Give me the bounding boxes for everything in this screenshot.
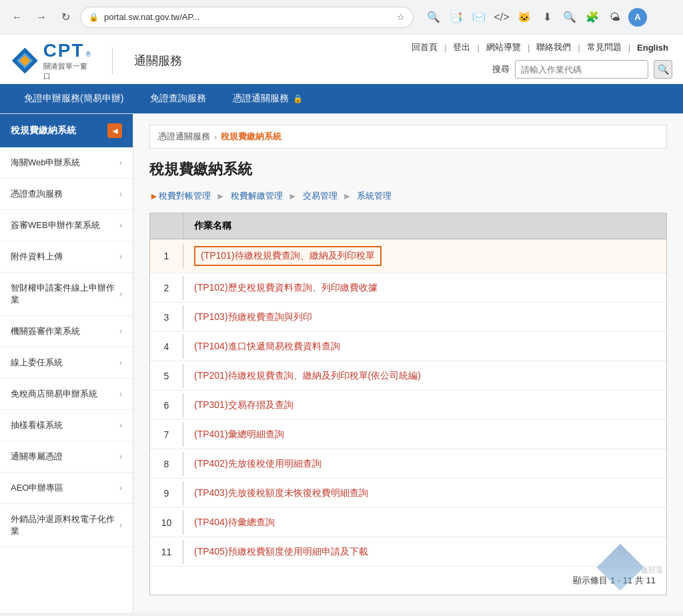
reload-button[interactable]: ↻ xyxy=(56,8,75,27)
row-num: 3 xyxy=(150,305,183,329)
row-name: (TP101)待繳稅規費查詢、繳納及列印稅單 xyxy=(183,239,666,273)
search-input[interactable] xyxy=(515,60,648,79)
row-name: (TP104)進口快遞簡易稅費資料查詢 xyxy=(183,334,666,359)
arrow-icon: › xyxy=(119,389,122,399)
row-link[interactable]: (TP401)彙總明細查詢 xyxy=(194,429,284,439)
address-bar[interactable]: 🔒 portal.sw.nat.gov.tw/AP... ☆ xyxy=(80,7,414,28)
sidebar-item-cert-exclusive[interactable]: 通關專屬憑證 › xyxy=(0,441,133,473)
pagination-info: 顯示條目 1 - 11 共 11 xyxy=(150,567,666,595)
sidebar-item-sign-web[interactable]: 簽審WEB申辦作業系統 › xyxy=(0,210,133,241)
row-num: 5 xyxy=(150,364,183,388)
row-num: 11 xyxy=(150,540,183,564)
nav-home[interactable]: 回首頁 xyxy=(408,40,442,55)
arrow-icon: › xyxy=(119,252,122,261)
bookmark-icon[interactable]: 📑 xyxy=(447,8,466,27)
pet-icon[interactable]: 🐱 xyxy=(515,8,534,27)
row-name: (TP201)待繳稅規費查詢、繳納及列印稅單(依公司統編) xyxy=(183,363,666,389)
table-row[interactable]: 4 (TP104)進口快遞簡易稅費資料查詢 xyxy=(150,332,666,361)
table-row[interactable]: 9 (TP403)先放後稅額度未恢復稅費明細查詢 xyxy=(150,479,666,508)
nav-simple-apply[interactable]: 免證申辦服務(簡易申辦) xyxy=(11,84,137,113)
forward-button[interactable]: → xyxy=(32,8,51,27)
sidebar-item-label: 機關簽審作業系統 xyxy=(11,325,80,337)
row-link[interactable]: (TP403)先放後稅額度未恢復稅費明細查詢 xyxy=(194,487,368,498)
table-row[interactable]: 2 (TP102)歷史稅規費資料查詢、列印繳費收據 xyxy=(150,273,666,303)
arrow-icon: › xyxy=(119,221,122,230)
arrow-icon: › xyxy=(119,521,122,530)
sidebar-item-label: 免稅商店簡易申辦系統 xyxy=(11,388,97,400)
arrow-icon: › xyxy=(119,421,122,430)
table-row[interactable]: 8 (TP402)先放後稅使用明細查詢 xyxy=(150,449,666,479)
nav-contact[interactable]: 聯絡我們 xyxy=(532,40,575,55)
table-row[interactable]: 7 (TP401)彙總明細查詢 xyxy=(150,420,666,449)
breadcrumb-link-cert[interactable]: 憑證通關服務 xyxy=(158,131,210,143)
main-content: 憑證通關服務 › 稅規費繳納系統 稅規費繳納系統 ► 稅費對帳管理 ► 稅費解繳… xyxy=(133,114,683,613)
code-icon[interactable]: </> xyxy=(492,8,511,27)
nav-faq[interactable]: 常見問題 xyxy=(583,40,626,55)
sidebar-item-online-delegate[interactable]: 線上委任系統 › xyxy=(0,347,133,379)
sidebar-item-export-tax[interactable]: 外銷品沖退原料稅電子化作業 › xyxy=(0,504,133,547)
table-row[interactable]: 6 (TP301)交易存摺及查詢 xyxy=(150,391,666,420)
section-nav-payment[interactable]: 稅費解繳管理 xyxy=(231,190,283,202)
row-link[interactable]: (TP102)歷史稅規費資料查詢、列印繳費收據 xyxy=(194,282,378,293)
table-row[interactable]: 1 (TP101)待繳稅規費查詢、繳納及列印稅單 xyxy=(150,239,666,273)
zoom-icon[interactable]: 🔍 xyxy=(560,8,579,27)
sidebar-item-label: 線上委任系統 xyxy=(11,357,63,369)
row-link[interactable]: (TP104)進口快遞簡易稅費資料查詢 xyxy=(194,341,340,351)
nav-sitemap[interactable]: 網站導覽 xyxy=(482,40,525,55)
row-name: (TP403)先放後稅額度未恢復稅費明細查詢 xyxy=(183,481,666,506)
table-row[interactable]: 3 (TP103)預繳稅費查詢與列印 xyxy=(150,303,666,332)
row-link[interactable]: (TP402)先放後稅使用明細查詢 xyxy=(194,458,321,469)
table-row[interactable]: 10 (TP404)待彙總查詢 xyxy=(150,508,666,537)
site-header-top: CPT ® 關港貿單一窗口 通關服務 回首頁 | 登出 | 網站導覽 | 聯絡我… xyxy=(0,35,683,84)
row-name: (TP301)交易存摺及查詢 xyxy=(183,393,666,418)
arrow-icon: › xyxy=(119,452,122,461)
breadcrumb: 憑證通關服務 › 稅規費繳納系統 xyxy=(149,125,667,149)
row-link[interactable]: (TP101)待繳稅規費查詢、繳納及列印稅單 xyxy=(194,246,382,266)
nav-logout[interactable]: 登出 xyxy=(449,40,474,55)
nav-free-query[interactable]: 免證查詢服務 xyxy=(137,84,219,113)
nav-cert-clearance[interactable]: 憑證通關服務 xyxy=(219,84,316,113)
extension-icon[interactable]: 🧩 xyxy=(583,8,602,27)
sidebar-item-label: 海關Web申辦系統 xyxy=(11,157,81,169)
sidebar-active-item[interactable]: 稅規費繳納系統 ◂ xyxy=(0,114,133,147)
sidebar-item-sampling[interactable]: 抽樣看樣系統 › xyxy=(0,410,133,441)
star-icon[interactable]: ☆ xyxy=(397,12,405,22)
row-link[interactable]: (TP405)預繳稅費額度使用明細申請及下載 xyxy=(194,546,368,557)
page-layout: 稅規費繳納系統 ◂ 海關Web申辦系統 › 憑證查詢服務 › 簽審WEB申辦作業… xyxy=(0,114,683,613)
back-button[interactable]: ← xyxy=(8,8,27,27)
row-link[interactable]: (TP301)交易存摺及查詢 xyxy=(194,399,293,410)
col-header-num xyxy=(150,213,183,239)
sidebar-item-ipr[interactable]: 智財權申請案件線上申辦作業 › xyxy=(0,273,133,316)
download-icon[interactable]: ⬇ xyxy=(538,8,556,27)
header-right: 回首頁 | 登出 | 網站導覽 | 聯絡我們 | 常見問題 | English … xyxy=(408,40,672,81)
profile-avatar[interactable]: A xyxy=(628,8,647,27)
lock-icon: 🔒 xyxy=(89,13,99,22)
section-nav-transaction[interactable]: 交易管理 xyxy=(303,190,337,202)
sidebar-item-cert-query[interactable]: 憑證查詢服務 › xyxy=(0,179,133,210)
row-link[interactable]: (TP404)待彙總查詢 xyxy=(194,517,275,527)
weather-icon[interactable]: 🌤 xyxy=(606,8,624,27)
sidebar-item-label: 通關專屬憑證 xyxy=(11,451,63,463)
sidebar-item-attachment[interactable]: 附件資料上傳 › xyxy=(0,241,133,273)
sidebar-item-label: 簽審WEB申辦作業系統 xyxy=(11,219,100,231)
logo-separator xyxy=(112,47,113,74)
row-link[interactable]: (TP201)待繳稅規費查詢、繳納及列印稅單(依公司統編) xyxy=(194,370,421,381)
mail-icon[interactable]: ✉️ xyxy=(470,8,488,27)
sidebar-toggle-btn[interactable]: ◂ xyxy=(107,123,122,138)
sidebar-item-aeo[interactable]: AEO申辦專區 › xyxy=(0,473,133,504)
sidebar-item-customs-web[interactable]: 海關Web申辦系統 › xyxy=(0,147,133,179)
row-link[interactable]: (TP103)預繳稅費查詢與列印 xyxy=(194,311,312,322)
section-nav-accounting[interactable]: 稅費對帳管理 xyxy=(159,190,211,202)
search-area: 搜尋 🔍 xyxy=(492,60,672,81)
logo-area: CPT ® 關港貿單一窗口 通關服務 xyxy=(11,43,182,78)
sidebar-item-agency-sign[interactable]: 機關簽審作業系統 › xyxy=(0,316,133,347)
table-row[interactable]: 5 (TP201)待繳稅規費查詢、繳納及列印稅單(依公司統編) xyxy=(150,361,666,391)
table-row[interactable]: 11 (TP405)預繳稅費額度使用明細申請及下載 xyxy=(150,537,666,567)
section-nav-system[interactable]: 系統管理 xyxy=(357,190,392,202)
sidebar-item-duty-free[interactable]: 免稅商店簡易申辦系統 › xyxy=(0,379,133,410)
row-name: (TP401)彙總明細查詢 xyxy=(183,422,666,447)
search-toolbar-icon[interactable]: 🔍 xyxy=(424,8,443,27)
search-button[interactable]: 🔍 xyxy=(654,60,672,79)
arrow-icon: › xyxy=(119,289,122,299)
nav-english[interactable]: English xyxy=(633,41,672,54)
